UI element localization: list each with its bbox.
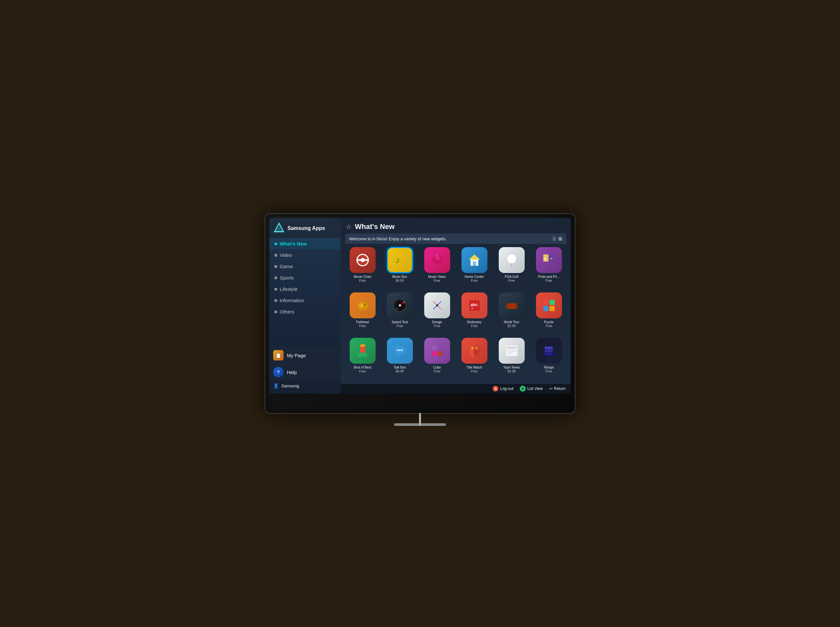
app-icon-title-match [461, 338, 488, 364]
return-arrow-icon: ↩ [549, 386, 553, 391]
svg-point-50 [397, 350, 399, 351]
app-price-music-video: Free [434, 279, 441, 282]
svg-rect-44 [549, 306, 554, 311]
svg-rect-40 [512, 305, 516, 307]
tv-bezel: Samsung Apps What's New Video Game Sport… [264, 213, 576, 414]
view-icons: ☰ ⊞ [552, 236, 562, 241]
app-price-world-tour: $2.99 [507, 324, 516, 328]
logout-label: Log-out [500, 386, 513, 391]
app-name-movie-chart: Movie Chart [354, 275, 371, 279]
welcome-bar: Welcome to A-Store! Enjoy a variety of n… [345, 233, 566, 244]
app-item-world-tour[interactable]: World Tour$2.99 [494, 293, 529, 335]
app-item-cube[interactable]: CubeFree [420, 338, 454, 381]
app-item-pga-golf[interactable]: PGA GolfFree [494, 247, 529, 290]
app-item-fishbowl[interactable]: FishbowlFree [345, 293, 380, 335]
app-item-music-box[interactable]: ♪ Music Box$4.99 [382, 247, 417, 290]
sidebar: Samsung Apps What's New Video Game Sport… [269, 218, 341, 394]
logout-button[interactable]: A Log-out [493, 386, 513, 392]
nav-bullet [275, 310, 277, 313]
app-icon-dictionary: abc ◆ [461, 293, 488, 318]
app-icon-cube [424, 338, 450, 364]
sidebar-bottom: 📋 My Page ? Help [269, 347, 341, 381]
app-name-cube: Cube [433, 365, 441, 370]
list-view-icon[interactable]: ☰ [552, 236, 556, 241]
svg-rect-64 [507, 351, 516, 352]
help-icon: ? [273, 367, 284, 377]
return-label: Return [554, 386, 565, 391]
app-price-speed-test: Free [396, 324, 403, 328]
nav-item-label: Information [279, 298, 304, 303]
return-button[interactable]: ↩ Return [549, 386, 565, 391]
app-item-music-video[interactable]: Music VideoFree [420, 247, 454, 290]
sidebar-item-others[interactable]: Others [269, 306, 341, 317]
sidebar-user: 👤 Samsung [269, 381, 341, 391]
main-header: ☆ What's New [341, 218, 571, 233]
app-item-best-of-best[interactable]: Best of BestFree [345, 338, 380, 381]
app-name-home-center: Home Center [465, 275, 484, 279]
app-item-home-center[interactable]: Home CenterFree [457, 247, 492, 290]
app-item-speed-test[interactable]: 0 60 Speed TestFree [382, 293, 417, 335]
svg-text:◆: ◆ [471, 307, 474, 310]
my-page-item[interactable]: 📋 My Page [269, 347, 341, 364]
my-page-label: My Page [287, 353, 306, 358]
app-price-topic-news: $4.99 [507, 370, 516, 373]
app-item-talk-box[interactable]: Talk Box$0.99 [382, 338, 417, 381]
app-name-music-video: Music Video [428, 275, 445, 279]
tv-screen: Samsung Apps What's New Video Game Sport… [269, 218, 571, 394]
app-item-range[interactable]: RangeFree [532, 338, 566, 381]
sidebar-item-sports[interactable]: Sports [269, 272, 341, 284]
nav-item-label: Lifestyle [279, 286, 297, 292]
app-price-talk-box: $0.99 [396, 370, 404, 373]
app-price-home-center: Free [471, 279, 478, 282]
app-item-topic-news[interactable]: Topic News$4.99 [494, 338, 529, 381]
svg-rect-69 [551, 347, 553, 349]
app-item-puzzle[interactable]: PuzzleFree [532, 293, 566, 335]
nav-bullet [275, 243, 277, 245]
svg-rect-43 [543, 306, 548, 311]
app-price-movie-chart: Free [359, 279, 366, 282]
svg-rect-6 [357, 259, 368, 261]
svg-rect-71 [548, 350, 550, 352]
nav-item-label: Video [279, 252, 292, 258]
nav-bullet [275, 299, 277, 302]
app-price-best-of-best: Free [359, 370, 366, 373]
app-item-movie-chart[interactable]: Movie ChartFree [345, 247, 380, 290]
a-button: A [493, 386, 499, 392]
app-item-design[interactable]: DesignFree [420, 293, 454, 335]
app-price-range: Free [545, 370, 552, 373]
app-icon-speed-test: 0 60 [387, 293, 413, 318]
help-item[interactable]: ? Help [269, 364, 341, 381]
app-grid: Movie ChartFree ♪ Music Box$4.99 Music V… [341, 247, 571, 384]
svg-rect-56 [437, 351, 442, 356]
app-name-topic-news: Topic News [503, 365, 520, 370]
app-price-design: Free [434, 324, 441, 328]
app-icon-pga-golf [499, 247, 525, 273]
svg-rect-65 [507, 353, 513, 353]
app-item-pride-and-pri[interactable]: ♠ ♥ Pride and Pri...Free [532, 247, 566, 290]
svg-point-51 [399, 350, 401, 351]
sidebar-item-video[interactable]: Video [269, 249, 341, 261]
svg-rect-13 [473, 262, 476, 266]
app-icon-fishbowl [350, 293, 376, 318]
nav-bullet [275, 265, 277, 268]
list-view-label: List View [527, 386, 543, 391]
svg-rect-55 [432, 351, 437, 356]
sidebar-item-whats-new[interactable]: What's New [269, 238, 341, 249]
sidebar-item-game[interactable]: Game [269, 261, 341, 272]
grid-view-icon[interactable]: ⊞ [558, 236, 562, 241]
svg-rect-62 [507, 347, 516, 348]
svg-point-15 [507, 255, 516, 263]
sidebar-item-information[interactable]: Information [269, 295, 341, 306]
app-item-dictionary[interactable]: abc ◆ DictionaryFree [457, 293, 492, 335]
svg-rect-70 [545, 350, 547, 352]
section-title: What's New [355, 222, 395, 231]
sidebar-item-lifestyle[interactable]: Lifestyle [269, 284, 341, 295]
svg-rect-68 [548, 347, 550, 349]
nav-item-label: Sports [279, 275, 294, 280]
svg-rect-53 [432, 345, 437, 350]
list-view-button[interactable]: B List View [520, 386, 543, 392]
svg-point-60 [475, 347, 478, 350]
app-name-fishbowl: Fishbowl [356, 320, 369, 324]
app-icon-best-of-best [350, 338, 376, 364]
app-item-title-match[interactable]: Title MatchFree [457, 338, 492, 381]
